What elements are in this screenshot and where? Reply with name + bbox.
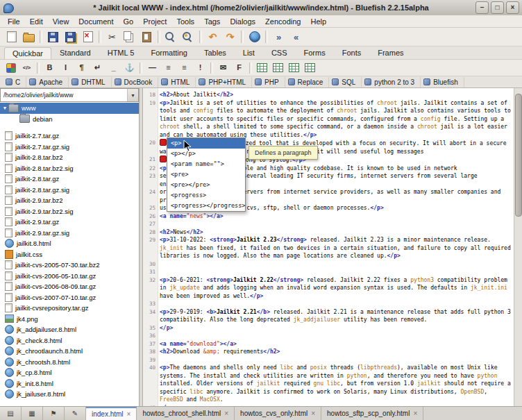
editor-line-content[interactable]: <h2>News</h2>: [158, 228, 514, 237]
file-item[interactable]: jailkit-cvs-2005-07-30.tar.bz2: [0, 260, 139, 271]
file-item[interactable]: jk_check.8.html: [0, 335, 139, 346]
find-and-replace-button[interactable]: [180, 28, 197, 45]
language-filter-python-2-to-3[interactable]: python 2 to 3: [362, 77, 421, 87]
frameset-button[interactable]: [302, 60, 318, 75]
copy-button[interactable]: [121, 28, 138, 45]
editor-line-content[interactable]: [158, 260, 514, 269]
editor-line-content[interactable]: <a name="news"></a>: [158, 212, 514, 221]
file-item[interactable]: jailkit-2.8.tar.gz: [0, 174, 139, 185]
menu-dialogs[interactable]: Dialogs: [225, 17, 260, 26]
editor-line-content[interactable]: [158, 300, 514, 308]
undo-button[interactable]: [204, 28, 221, 45]
language-filter-replace[interactable]: Replace: [285, 77, 330, 87]
autocomplete-item[interactable]: <p>: [167, 138, 245, 149]
file-item[interactable]: jk_chrootlaunch.8.html: [0, 346, 139, 357]
editor-line-content[interactable]: <h2>About Jailkit</h2>: [158, 91, 514, 99]
file-item[interactable]: jailkit-cvs-2006-05-10.tar.gz: [0, 271, 139, 282]
quickbar-tab-frames[interactable]: Frames: [369, 47, 412, 59]
file-item[interactable]: jk_init.8.html: [0, 378, 139, 389]
center-button[interactable]: ≡: [160, 60, 176, 75]
indent-button[interactable]: [270, 28, 287, 45]
language-filter-docbook[interactable]: DocBook: [112, 77, 159, 87]
language-filter-dhtml[interactable]: DHTML: [69, 77, 111, 87]
new-document-button[interactable]: [3, 28, 20, 45]
expander-open-icon[interactable]: ▼: [1, 106, 8, 110]
file-item[interactable]: jailkit-2.9.tar.bz2: [0, 195, 139, 206]
file-item[interactable]: jailkit.css: [0, 249, 139, 260]
file-item[interactable]: jailkit-2.9.tar.gz.sig: [0, 228, 139, 239]
autocomplete-item[interactable]: <pre>: [167, 169, 245, 180]
close-icon[interactable]: ×: [413, 410, 417, 417]
file-item[interactable]: jailkit-cvs-2007-07-10.tar.gz: [0, 292, 139, 303]
file-item[interactable]: jailkit-2.7.tar.gz: [0, 131, 139, 142]
file-item[interactable]: jk_cp.8.html: [0, 367, 139, 378]
paragraph-button[interactable]: ¶: [74, 60, 90, 75]
filebrowser-tab[interactable]: ▦: [22, 407, 43, 420]
align-right-button[interactable]: ≡: [176, 60, 192, 75]
language-filter-html[interactable]: HTML: [158, 77, 196, 87]
quickbar-tab-css[interactable]: CSS: [263, 47, 296, 59]
autocomplete-item[interactable]: <p></p>: [167, 149, 245, 159]
comment-button[interactable]: !: [192, 60, 208, 75]
quickbar-tab-html-5[interactable]: HTML 5: [99, 47, 143, 59]
font-size-button[interactable]: F: [231, 60, 247, 75]
scrollbar-thumb[interactable]: [515, 94, 522, 217]
document-tab[interactable]: howtos_chroot_shell.html×: [137, 407, 235, 420]
quickbar-tab-tables[interactable]: Tables: [196, 47, 235, 59]
language-filter-php+html[interactable]: PHP+HTML: [196, 77, 252, 87]
minimize-button[interactable]: –: [475, 1, 489, 14]
quickbar-tab-quickbar[interactable]: Quickbar: [4, 47, 51, 59]
title-bar[interactable]: * Jailkit local WWW - index.html (/home2…: [0, 0, 522, 16]
quickstart-button[interactable]: [3, 60, 19, 75]
close-icon[interactable]: ×: [127, 410, 131, 418]
file-item[interactable]: jailkit-2.9.tar.bz2.sig: [0, 206, 139, 217]
bookmarks-tab[interactable]: ⚑: [43, 407, 65, 420]
close-icon[interactable]: ×: [311, 410, 315, 417]
language-filter-apache[interactable]: Apache: [26, 77, 69, 87]
editor-line-content[interactable]: <h2>Download &amp; requirements</h2>: [158, 348, 514, 356]
bold-button[interactable]: B: [42, 60, 58, 75]
menu-file[interactable]: File: [3, 17, 25, 26]
document-tab[interactable]: howtos_cvs_only.html×: [235, 407, 321, 420]
language-filter-php[interactable]: PHP: [252, 77, 285, 87]
line-break-button[interactable]: ↵: [90, 60, 106, 75]
editor-line-content[interactable]: [158, 220, 514, 228]
language-filter-sql[interactable]: SQL: [329, 77, 362, 87]
italic-button[interactable]: I: [58, 60, 74, 75]
cut-button[interactable]: [103, 28, 121, 45]
file-item[interactable]: jk4.png: [0, 314, 139, 325]
editor-line-content[interactable]: [158, 268, 514, 276]
tree-item-debian[interactable]: debian: [0, 114, 139, 125]
tree-item-www[interactable]: ▼www: [0, 103, 139, 114]
menu-tags[interactable]: Tags: [199, 17, 225, 26]
file-item[interactable]: jk_addjailuser.8.html: [0, 324, 139, 335]
non-breaking-space-button[interactable]: _: [106, 60, 121, 75]
menu-edit[interactable]: Edit: [25, 17, 48, 26]
file-item[interactable]: jailkit-cvs-2006-08-09.tar.gz: [0, 281, 139, 292]
menu-view[interactable]: View: [48, 17, 74, 26]
file-item[interactable]: jailkit-cvsrepository.tar.gz: [0, 303, 139, 314]
editor-line-content[interactable]: [158, 332, 514, 340]
body-button[interactable]: </>: [19, 60, 35, 75]
menu-go[interactable]: Go: [119, 17, 139, 26]
quickbar-tab-formatting[interactable]: Formatting: [142, 47, 196, 59]
editor-line-content[interactable]: <p>20-6-2021: <strong>Jailkit 2.22</stro…: [158, 276, 514, 301]
save-button[interactable]: [44, 28, 62, 45]
horizontal-rule-button[interactable]: —: [144, 60, 160, 75]
autocomplete-item[interactable]: <param name="">: [167, 159, 245, 169]
anchor-button[interactable]: ⚓: [121, 60, 137, 75]
chevron-down-icon[interactable]: ▾: [127, 89, 138, 101]
editor-line-content[interactable]: <p>31-10-2022: <strong>Jailkit 2.23</str…: [158, 236, 514, 260]
snippets-tab[interactable]: ✎: [65, 407, 86, 420]
close-document-button[interactable]: [79, 28, 96, 45]
redo-button[interactable]: [221, 28, 239, 45]
quickbar-tab-list[interactable]: List: [235, 47, 263, 59]
document-tab[interactable]: index.html×: [86, 407, 137, 420]
file-item[interactable]: jailkit-2.7.tar.gz.sig: [0, 142, 139, 153]
file-item[interactable]: jailkit.8.html: [0, 238, 139, 249]
quickbar-tab-fonts[interactable]: Fonts: [334, 47, 370, 59]
file-item[interactable]: jk_jailuser.8.html: [0, 389, 139, 400]
editor-scrollbar[interactable]: [514, 88, 522, 406]
file-item[interactable]: jailkit-2.8.tar.gz.sig: [0, 185, 139, 196]
unindent-button[interactable]: [287, 28, 305, 45]
